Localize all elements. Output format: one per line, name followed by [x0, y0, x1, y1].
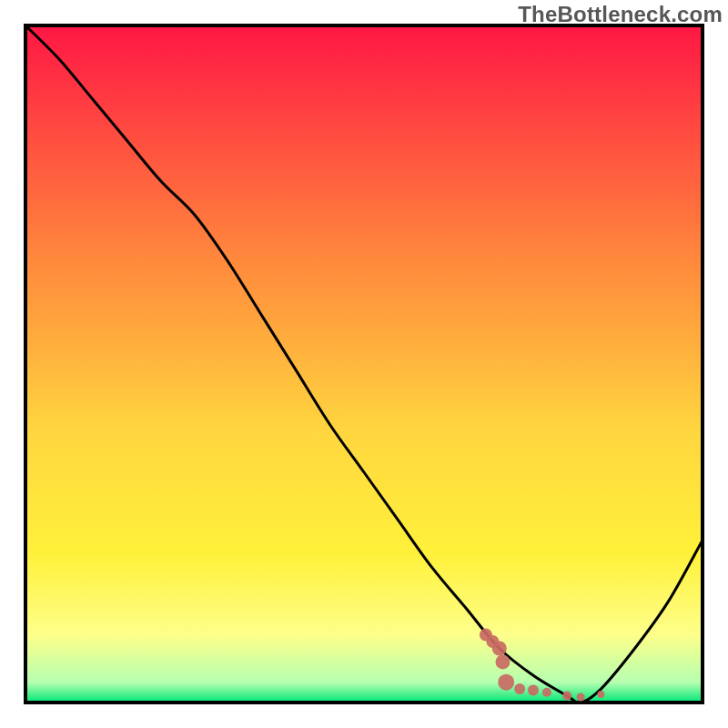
gradient-background: [25, 25, 703, 703]
optimal-marker-dot: [528, 685, 539, 696]
bottleneck-plot: [0, 0, 728, 728]
chart-container: TheBottleneck.com: [0, 0, 728, 728]
optimal-marker-dot: [514, 683, 525, 694]
optimal-marker-dot: [542, 688, 551, 697]
optimal-marker-dot: [562, 692, 571, 701]
optimal-marker-dot: [492, 642, 507, 656]
optimal-marker-dot: [597, 691, 604, 698]
optimal-marker-dot: [577, 693, 585, 702]
optimal-marker-dot: [496, 654, 511, 669]
optimal-marker-dot: [498, 674, 514, 691]
watermark-text: TheBottleneck.com: [518, 2, 723, 27]
